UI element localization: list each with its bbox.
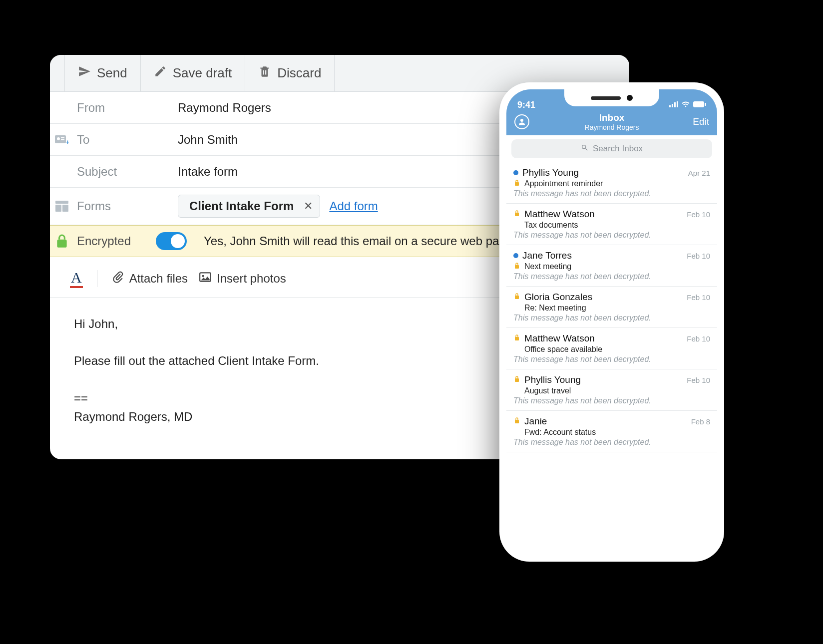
lock-icon: [50, 231, 74, 251]
message-date: Feb 8: [691, 417, 710, 426]
nav-subtitle: Raymond Rogers: [506, 123, 717, 131]
send-label: Send: [97, 65, 127, 81]
subject-label: Subject: [74, 165, 154, 179]
message-item[interactable]: Matthew WatsonFeb 10Tax documentsThis me…: [506, 204, 717, 245]
unread-dot-icon: [513, 253, 518, 258]
message-preview: This message has not been decrypted.: [513, 396, 710, 405]
message-date: Feb 10: [687, 210, 710, 219]
search-icon: [581, 144, 589, 154]
svg-point-10: [202, 275, 204, 277]
svg-text:+: +: [66, 139, 69, 145]
add-form-link[interactable]: Add form: [329, 199, 378, 213]
message-item[interactable]: JanieFeb 8Fwd: Account statusThis messag…: [506, 411, 717, 452]
forms-icon: [50, 201, 74, 212]
message-preview: This message has not been decrypted.: [513, 314, 710, 322]
discard-label: Discard: [277, 65, 321, 81]
unread-dot-icon: [513, 170, 518, 175]
battery-icon: [693, 100, 706, 110]
message-date: Feb 10: [687, 334, 710, 343]
message-sender: Janie: [524, 416, 547, 427]
paperclip-icon: [111, 271, 124, 287]
from-label: From: [74, 101, 154, 115]
svg-rect-20: [515, 265, 519, 269]
message-preview: This message has not been decrypted.: [513, 272, 710, 281]
message-item[interactable]: Gloria GonzalesFeb 10Re: Next meetingThi…: [506, 287, 717, 328]
svg-rect-11: [669, 105, 671, 107]
message-subject: Fwd: Account status: [524, 428, 596, 437]
svg-point-1: [57, 137, 60, 140]
pencil-icon: [154, 65, 167, 81]
lock-icon: [513, 179, 520, 188]
message-preview: This message has not been decrypted.: [513, 355, 710, 364]
message-date: Feb 10: [687, 252, 710, 260]
svg-rect-15: [693, 101, 704, 107]
svg-rect-8: [57, 240, 66, 248]
message-item[interactable]: Phyllis YoungFeb 10August travelThis mes…: [506, 369, 717, 411]
phone-notch: [564, 89, 659, 106]
message-sender: Matthew Watson: [524, 209, 595, 220]
message-preview: This message has not been decrypted.: [513, 438, 710, 447]
encrypted-label: Encrypted: [74, 234, 154, 248]
message-sender: Gloria Gonzales: [524, 292, 592, 303]
edit-button[interactable]: Edit: [693, 116, 709, 127]
wifi-icon: [681, 100, 690, 110]
lock-icon: [513, 293, 520, 302]
message-item[interactable]: Jane TorresFeb 10Next meetingThis messag…: [506, 245, 717, 287]
svg-rect-14: [677, 101, 678, 107]
svg-rect-7: [62, 205, 68, 212]
lock-icon: [513, 417, 520, 426]
svg-rect-16: [705, 103, 706, 106]
search-placeholder: Search Inbox: [593, 144, 643, 154]
message-preview: This message has not been decrypted.: [513, 189, 710, 198]
svg-rect-2: [61, 137, 64, 138]
remove-form-icon[interactable]: ✕: [304, 200, 313, 213]
svg-rect-13: [674, 102, 676, 107]
text-format-button[interactable]: A: [70, 269, 83, 288]
search-input[interactable]: Search Inbox: [511, 139, 712, 158]
message-subject: Tax documents: [524, 221, 578, 230]
to-label: To: [74, 133, 154, 147]
paper-plane-icon: [78, 65, 91, 81]
svg-rect-24: [515, 420, 519, 423]
svg-rect-21: [515, 296, 519, 299]
message-list[interactable]: Phyllis YoungApr 21Appointment reminderT…: [506, 162, 717, 452]
message-sender: Matthew Watson: [524, 333, 595, 344]
svg-rect-12: [672, 104, 673, 107]
attach-files-button[interactable]: Attach files: [111, 271, 188, 287]
lock-icon: [513, 262, 520, 271]
save-draft-button[interactable]: Save draft: [141, 55, 246, 91]
message-sender: Jane Torres: [522, 250, 572, 261]
message-subject: Office space available: [524, 345, 602, 354]
nav-title: Inbox: [506, 112, 717, 123]
save-draft-label: Save draft: [173, 65, 232, 81]
message-item[interactable]: Matthew WatsonFeb 10Office space availab…: [506, 328, 717, 369]
lock-icon: [513, 210, 520, 219]
lock-icon: [513, 375, 520, 384]
status-time: 9:41: [517, 100, 535, 110]
message-subject: Re: Next meeting: [524, 304, 586, 313]
message-subject: Appointment reminder: [524, 179, 603, 188]
message-date: Feb 10: [687, 293, 710, 302]
form-chip[interactable]: Client Intake Form ✕: [178, 195, 320, 218]
attach-files-label: Attach files: [129, 272, 188, 286]
nav-bar: Inbox Raymond Rogers Edit: [506, 111, 717, 135]
svg-point-17: [520, 119, 523, 122]
message-item[interactable]: Phyllis YoungApr 21Appointment reminderT…: [506, 162, 717, 204]
message-preview: This message has not been decrypted.: [513, 231, 710, 240]
message-subject: August travel: [524, 386, 571, 395]
svg-rect-22: [515, 337, 519, 340]
image-icon: [199, 271, 212, 287]
message-sender: Phyllis Young: [524, 374, 581, 385]
encrypted-toggle[interactable]: [156, 232, 187, 250]
discard-button[interactable]: Discard: [245, 55, 335, 91]
message-sender: Phyllis Young: [522, 167, 579, 178]
trash-icon: [258, 65, 271, 81]
phone-frame: 9:41 Inbox Raymond Rogers Edit Search In…: [499, 82, 724, 562]
signal-icon: [669, 100, 678, 110]
lock-icon: [513, 334, 520, 343]
svg-rect-3: [61, 139, 64, 140]
profile-button[interactable]: [514, 114, 529, 129]
send-button[interactable]: Send: [65, 55, 141, 91]
contact-icon: +: [50, 134, 74, 145]
insert-photos-button[interactable]: Insert photos: [199, 271, 286, 287]
